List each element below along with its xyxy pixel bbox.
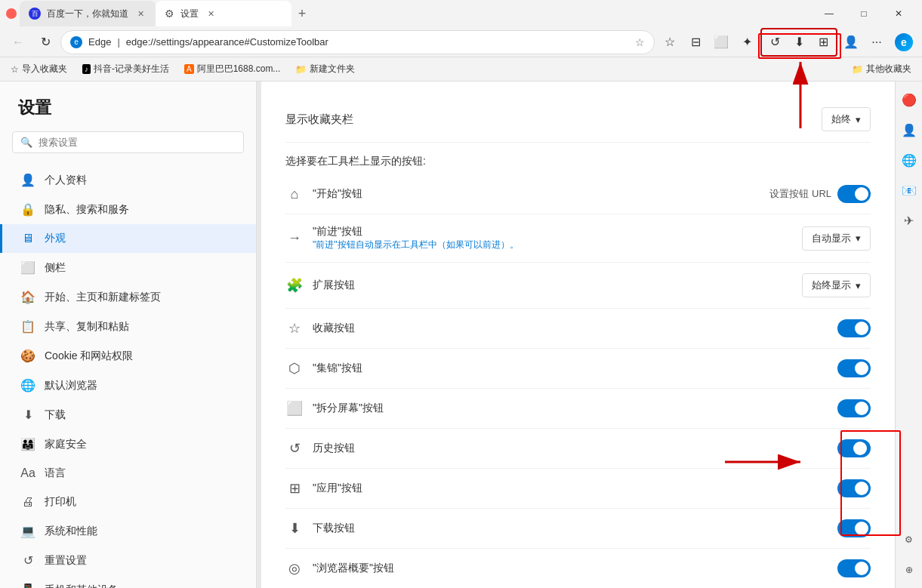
cookies-nav-icon: 🍪 — [20, 349, 35, 363]
browser-essentials-button[interactable]: ✦ — [735, 30, 759, 54]
baidu-tab-icon: 百 — [29, 8, 41, 20]
search-box[interactable]: 🔍 — [12, 131, 244, 153]
home-toggle[interactable] — [837, 185, 871, 203]
edge-logo: e — [892, 30, 916, 54]
more-button[interactable]: ··· — [865, 30, 889, 54]
profile-button[interactable]: 👤 — [839, 30, 863, 54]
sidebar-item-sidebar[interactable]: ⬜ 侧栏 — [0, 253, 256, 282]
splitscreen-button-row: ⬜ "拆分屏幕"按钮 — [285, 389, 871, 429]
baidu-tab-label: 百度一下，你就知道 — [47, 8, 128, 20]
collections-row-left: ⬡ "集锦"按钮 — [285, 360, 362, 377]
search-icon: 🔍 — [20, 137, 32, 148]
extensions-dropdown[interactable]: 始终显示 ▾ — [802, 273, 871, 297]
sidebar-item-downloads[interactable]: ⬇ 下载 — [0, 400, 256, 429]
downloads-toggle[interactable] — [837, 519, 871, 537]
baidu-tab-close[interactable]: ✕ — [137, 9, 144, 19]
toolbar-section-header: 选择要在工具栏上显示的按钮: — [285, 143, 871, 174]
bookmark-import[interactable]: ☆ 导入收藏夹 — [6, 61, 72, 77]
apps-toolbar-btn[interactable]: ⊞ — [811, 30, 835, 54]
bookmark-newfolder-label: 新建文件夹 — [310, 63, 355, 75]
forward-dropdown[interactable]: 自动显示 ▾ — [802, 226, 871, 251]
refresh-button[interactable]: ↻ — [33, 30, 57, 54]
panel-icon-7[interactable]: ⊕ — [897, 558, 921, 582]
bookmark-tiktok[interactable]: ♪ 抖音-记录美好生活 — [78, 61, 174, 77]
panel-icon-5[interactable]: ✈ — [897, 208, 921, 232]
family-nav-icon: 👨‍👩‍👧 — [20, 437, 35, 451]
bookmark-star[interactable]: ☆ — [635, 36, 645, 48]
favourites-button[interactable]: ☆ — [658, 30, 682, 54]
panel-icon-2[interactable]: 👤 — [897, 118, 921, 142]
favorites-toggle[interactable] — [837, 319, 871, 337]
sidebar-item-appearance[interactable]: 🖥 外观 — [0, 224, 256, 253]
sidebar-item-privacy-label: 隐私、搜索和服务 — [45, 203, 129, 217]
forward-value: 自动显示 — [812, 232, 851, 245]
settings-tab-icon: ⚙ — [165, 8, 174, 20]
sidebar-item-downloads-label: 下载 — [45, 408, 66, 422]
split-screen-button[interactable]: ⬜ — [709, 30, 733, 54]
extensions-arrow: ▾ — [856, 280, 861, 291]
address-url[interactable]: edge://settings/appearance#CustomizeTool… — [126, 36, 328, 48]
apps-toggle[interactable] — [837, 479, 871, 497]
home-icon: ⌂ — [285, 186, 304, 202]
sidebar-item-privacy[interactable]: 🔒 隐私、搜索和服务 — [0, 195, 256, 224]
tab-baidu[interactable]: 百 百度一下，你就知道 ✕ — [20, 1, 156, 26]
search-input[interactable] — [39, 137, 236, 148]
bookmark-alibaba[interactable]: A 阿里巴巴1688.com... — [180, 61, 285, 77]
downloads-label: 下载按钮 — [313, 522, 355, 535]
home-url-label: 设置按钮 URL — [769, 187, 831, 201]
collections-toggle[interactable] — [837, 359, 871, 377]
sidebar-item-reset[interactable]: ↺ 重置设置 — [0, 546, 256, 575]
sidebar-item-share[interactable]: 📋 共享、复制和粘贴 — [0, 312, 256, 341]
sidebar-item-family[interactable]: 👨‍👩‍👧 家庭安全 — [0, 429, 256, 459]
maximize-button[interactable]: □ — [846, 0, 881, 27]
sidebar-item-profile-label: 个人资料 — [45, 174, 87, 187]
collections-icon: ⬡ — [285, 360, 304, 377]
close-button[interactable]: ✕ — [881, 0, 916, 27]
sidebar-item-default-label: 默认浏览器 — [45, 379, 97, 393]
bookmark-tiktok-label: 抖音-记录美好生活 — [94, 63, 169, 75]
bookmark-newfolder-icon: 📁 — [295, 64, 307, 75]
default-nav-icon: 🌐 — [20, 378, 35, 393]
sidebar-item-cookies-label: Cookie 和网站权限 — [45, 349, 133, 363]
back-button[interactable]: ← — [6, 30, 30, 54]
main-content: 设置 🔍 👤 个人资料 🔒 隐私、搜索和服务 🖥 外观 — [0, 82, 922, 588]
bookmark-newfolder[interactable]: 📁 新建文件夹 — [291, 61, 359, 77]
panel-icon-6[interactable]: ⚙ — [897, 528, 921, 552]
bookmark-alibaba-label: 阿里巴巴1688.com... — [197, 63, 281, 75]
history-toggle-thumb — [853, 442, 867, 455]
panel-icon-3[interactable]: 🌐 — [897, 148, 921, 172]
panel-icon-1[interactable]: 🔴 — [897, 88, 921, 112]
downloads-toolbar-btn[interactable]: ⬇ — [787, 30, 811, 54]
panel-icon-4[interactable]: 📧 — [897, 178, 921, 202]
sidebar-item-print[interactable]: 🖨 打印机 — [0, 488, 256, 516]
sidebar-item-languages[interactable]: Aa 语言 — [0, 459, 256, 488]
sidebar-item-system[interactable]: 💻 系统和性能 — [0, 516, 256, 546]
downloads-button-row: ⬇ 下载按钮 — [285, 509, 871, 549]
bookmark-more[interactable]: 📁 其他收藏夹 — [847, 61, 916, 77]
reading-view-button[interactable]: ⊟ — [683, 30, 708, 54]
sidebar-item-mobile[interactable]: 📱 手机和其他设备 — [0, 575, 256, 588]
browser-overview-toggle[interactable] — [837, 559, 871, 577]
sidebar-item-languages-label: 语言 — [45, 466, 66, 480]
sidebar-item-default[interactable]: 🌐 默认浏览器 — [0, 371, 256, 400]
bookmarks-bar-dropdown[interactable]: 始终 ▾ — [822, 107, 871, 131]
highlighted-toolbar-group: ↺ ⬇ ⊞ — [760, 28, 837, 57]
profile-nav-icon: 👤 — [20, 173, 35, 187]
minimize-button[interactable]: — — [812, 0, 846, 27]
sidebar-item-newtab[interactable]: 🏠 开始、主页和新建标签页 — [0, 282, 256, 312]
sidebar-item-share-label: 共享、复制和粘贴 — [45, 320, 129, 334]
splitscreen-toggle[interactable] — [837, 399, 871, 417]
tab-settings[interactable]: ⚙ 设置 ✕ — [156, 1, 291, 26]
history-toggle[interactable] — [837, 439, 871, 457]
apps-button-row: ⊞ "应用"按钮 — [285, 469, 871, 509]
settings-tab-close[interactable]: ✕ — [208, 9, 214, 19]
bookmark-more-label: 其他收藏夹 — [866, 63, 911, 75]
sidebar-item-profile[interactable]: 👤 个人资料 — [0, 165, 256, 195]
history-toolbar-btn[interactable]: ↺ — [763, 30, 787, 54]
address-bar[interactable]: e Edge | edge://settings/appearance#Cust… — [60, 30, 655, 54]
close-traffic-light[interactable] — [6, 8, 17, 19]
toolbar-actions: ☆ ⊟ ⬜ ✦ ↺ ⬇ ⊞ 👤 ··· — [658, 28, 889, 57]
sidebar-item-cookies[interactable]: 🍪 Cookie 和网站权限 — [0, 341, 256, 371]
new-tab-button[interactable]: + — [291, 3, 313, 24]
history-row-left: ↺ 历史按钮 — [285, 440, 355, 457]
